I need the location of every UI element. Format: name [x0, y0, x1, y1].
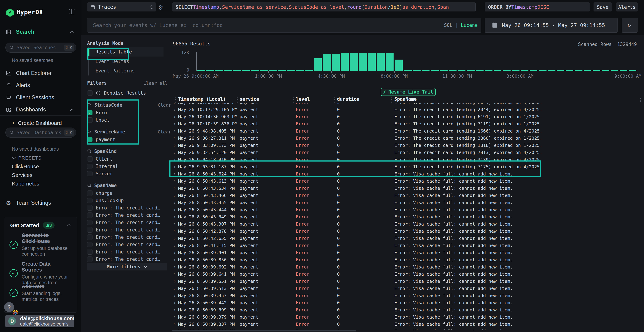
saved-dashboards-input[interactable]: Saved Dashboards ⌘K — [5, 128, 76, 138]
row-expand-chevron-icon[interactable]: › — [172, 293, 178, 298]
row-expand-chevron-icon[interactable]: › — [172, 135, 178, 141]
row-expand-chevron-icon[interactable]: › — [172, 257, 178, 263]
table-row[interactable]: ›May 26 9:33:09.173 PMpaymentError0Error… — [172, 142, 644, 149]
row-expand-chevron-icon[interactable]: › — [172, 264, 178, 270]
resume-live-tail-button[interactable]: ⚡ Resume Live Tail — [381, 88, 436, 96]
row-expand-chevron-icon[interactable]: › — [172, 121, 178, 127]
filter-value-row[interactable]: ✓payment — [87, 136, 168, 143]
row-expand-chevron-icon[interactable]: › — [172, 307, 178, 313]
filter-checkbox[interactable] — [87, 164, 92, 169]
table-row[interactable]: ›May 26 8:50:43.444 PMpaymentError0Error… — [172, 206, 644, 213]
filter-value-row[interactable]: Error: The credit card … — [87, 248, 168, 256]
table-row[interactable]: ›May 26 8:50:39.856 PMpaymentError0Error… — [172, 256, 644, 263]
table-row[interactable]: ›May 26 8:50:39.399 PMpaymentError0Error… — [172, 306, 644, 314]
filter-value-row[interactable]: dns.lookup — [87, 197, 168, 204]
sidebar-item-chart-explorer[interactable]: Chart Explorer — [0, 67, 82, 79]
row-expand-chevron-icon[interactable]: › — [172, 150, 178, 156]
filter-checkbox[interactable] — [87, 249, 92, 254]
filter-value-row[interactable]: Error: The credit card … — [87, 204, 168, 212]
table-row[interactable]: ›May 26 9:48:38.405 PMpaymentError0Error… — [172, 127, 644, 134]
table-row[interactable]: ›May 26 8:50:39.901 PMpaymentError0Error… — [172, 249, 644, 256]
horizontal-scrollbar[interactable] — [172, 330, 356, 332]
filter-value-row[interactable]: Error: The credit card … — [87, 234, 168, 241]
row-expand-chevron-icon[interactable]: › — [172, 128, 178, 134]
row-expand-chevron-icon[interactable]: › — [172, 192, 178, 198]
row-expand-chevron-icon[interactable]: › — [172, 171, 178, 177]
row-expand-chevron-icon[interactable]: › — [172, 221, 178, 227]
filter-checkbox[interactable] — [87, 220, 92, 225]
table-row[interactable]: ›May 26 10:20:15.000 PMpaymentError0Erro… — [172, 103, 644, 106]
table-row[interactable]: ›May 26 8:50:39.551 PMpaymentError0Error… — [172, 278, 644, 285]
table-row[interactable]: ›May 26 8:50:43.466 PMpaymentError0Error… — [172, 192, 644, 199]
row-expand-chevron-icon[interactable]: › — [172, 106, 178, 112]
table-row[interactable]: ›May 26 8:50:39.298 PMpaymentError0Error… — [172, 328, 644, 330]
filter-value-row[interactable]: Client — [87, 155, 168, 162]
table-row[interactable]: ›May 26 8:50:39.453 PMpaymentError0Error… — [172, 292, 644, 299]
preset-kubernetes-link[interactable]: Kubernetes — [12, 181, 39, 187]
filter-value-row[interactable]: Server — [87, 170, 168, 177]
row-expand-chevron-icon[interactable]: › — [172, 271, 178, 277]
row-expand-chevron-icon[interactable]: › — [172, 185, 178, 191]
row-expand-chevron-icon[interactable]: › — [172, 236, 178, 241]
filter-checkbox[interactable] — [87, 190, 92, 196]
row-expand-chevron-icon[interactable]: › — [172, 300, 178, 306]
filter-value-row[interactable]: Error: The credit card … — [87, 219, 168, 226]
sidebar-collapse-icon[interactable] — [69, 9, 75, 14]
table-row[interactable]: ›May 26 8:50:43.624 PMpaymentError0Error… — [172, 170, 644, 178]
column-resize-handle[interactable] — [237, 98, 238, 102]
table-row[interactable]: ›May 26 10:14:36.963 PMpaymentError0Erro… — [172, 113, 644, 120]
clear-all-link[interactable]: Clear all — [82, 81, 168, 86]
table-row[interactable]: ›May 26 9:32:54.120 PMpaymentError0Error… — [172, 149, 644, 156]
chevron-up-icon[interactable] — [67, 224, 72, 226]
table-row[interactable]: ›May 26 8:50:39.442 PMpaymentError0Error… — [172, 299, 644, 306]
date-range-picker[interactable]: May 26 09:14:55 - May 27 09:14:55 — [484, 18, 618, 32]
filter-value-row[interactable]: Error: The credit card … — [87, 256, 168, 263]
column-resize-handle[interactable] — [175, 98, 176, 102]
lucene-search-input[interactable]: Search your events w/ Lucene ex. column:… — [87, 18, 482, 32]
user-menu[interactable]: D dale@clickhouse.com dale@clickhouse.co… — [5, 315, 74, 327]
table-row[interactable]: ›May 26 10:10:39.836 PMpaymentError0Erro… — [172, 120, 644, 127]
row-expand-chevron-icon[interactable]: › — [172, 142, 178, 148]
table-row[interactable]: ›May 26 8:50:39.513 PMpaymentError0Error… — [172, 285, 644, 292]
table-row[interactable]: ›May 26 9:36:27.311 PMpaymentError0Error… — [172, 134, 644, 142]
row-expand-chevron-icon[interactable]: › — [172, 321, 178, 327]
table-row[interactable]: ›May 26 8:50:43.613 PMpaymentError0Error… — [172, 178, 644, 184]
filter-checkbox[interactable] — [87, 156, 92, 162]
save-button[interactable]: Save — [594, 2, 612, 12]
lang-sql[interactable]: SQL — [444, 22, 452, 28]
sidebar-item-search[interactable]: Search — [0, 27, 82, 37]
analysis-mode-results-table[interactable]: Results Table — [89, 47, 164, 56]
create-dashboard-button[interactable]: + Create Dashboard — [12, 120, 62, 126]
table-row[interactable]: ›May 26 8:50:43.534 PMpaymentError0Error… — [172, 184, 644, 192]
table-row[interactable]: ›May 26 9:03:31.187 PMpaymentError0Error… — [172, 163, 644, 170]
run-query-button[interactable]: ▷ — [622, 18, 638, 32]
preset-services-link[interactable]: Services — [12, 172, 32, 178]
get-started-item[interactable]: ✓ Create Data Sources Configure where yo… — [10, 261, 72, 286]
table-row[interactable]: ›May 26 10:17:29.105 PMpaymentError0Erro… — [172, 106, 644, 113]
clear-filter-link[interactable]: Clear — [158, 102, 171, 108]
row-expand-chevron-icon[interactable]: › — [172, 114, 178, 120]
denoise-results-row[interactable]: Denoise Results — [87, 89, 168, 96]
analysis-mode-event-patterns[interactable]: Event Patterns — [89, 66, 164, 76]
help-button[interactable]: ? — [4, 302, 14, 312]
filter-checkbox[interactable] — [87, 205, 92, 210]
table-row[interactable]: ›May 26 8:50:42.878 PMpaymentError0Error… — [172, 228, 644, 235]
table-row[interactable]: ›May 26 9:04:18.410 PMpaymentError0Error… — [172, 156, 644, 163]
filter-value-row[interactable]: Unset — [87, 116, 168, 124]
filter-value-row[interactable]: Error: The credit card … — [87, 241, 168, 248]
row-expand-chevron-icon[interactable]: › — [172, 314, 178, 320]
filter-checkbox[interactable] — [87, 227, 92, 232]
lang-lucene[interactable]: Lucene — [461, 22, 478, 28]
table-row[interactable]: ›May 26 8:50:42.655 PMpaymentError0Error… — [172, 235, 644, 242]
row-expand-chevron-icon[interactable]: › — [172, 228, 178, 234]
row-expand-chevron-icon[interactable]: › — [172, 250, 178, 256]
row-expand-chevron-icon[interactable]: › — [172, 286, 178, 292]
row-expand-chevron-icon[interactable]: › — [172, 207, 178, 213]
row-expand-chevron-icon[interactable]: › — [172, 214, 178, 220]
table-row[interactable]: ›May 26 8:50:39.641 PMpaymentError0Error… — [172, 270, 644, 278]
filter-checkbox[interactable] — [87, 234, 92, 240]
alerts-button[interactable]: Alerts — [616, 2, 638, 12]
column-resize-handle[interactable] — [334, 98, 335, 102]
preset-clickhouse-link[interactable]: ClickHouse — [12, 164, 39, 170]
filter-value-row[interactable]: Internal — [87, 162, 168, 170]
